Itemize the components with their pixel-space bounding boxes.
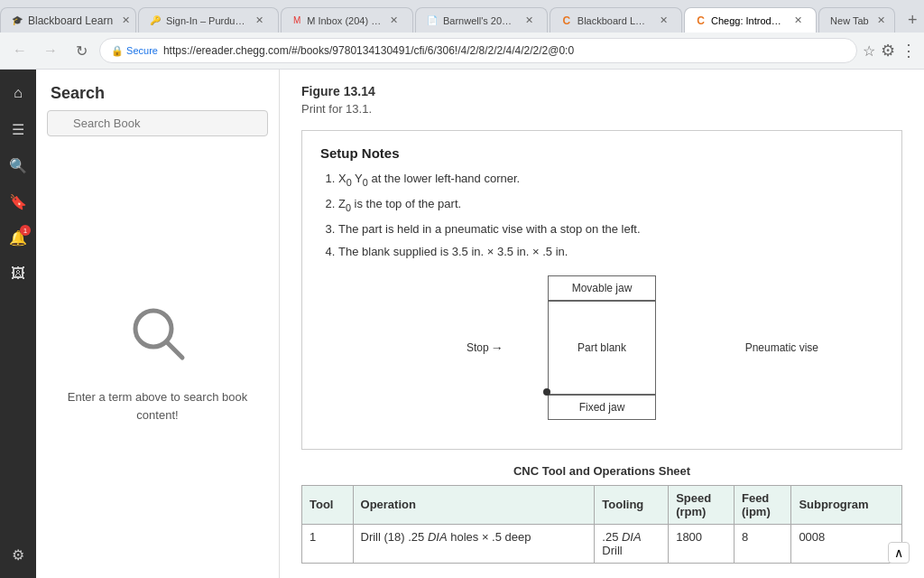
setup-notes-title: Setup Notes	[320, 145, 883, 161]
content-area: Figure 13.14 Print for 13.1. Setup Notes…	[280, 70, 924, 578]
search-input-wrap: 🔍	[36, 110, 279, 147]
tab-favicon-inbox: M	[292, 14, 301, 27]
sidebar: ⌂ ☰ 🔍 🔖 🔔 1 🖼 ⚙	[0, 70, 36, 578]
pneumatic-vise-label: Pneumatic vise	[745, 341, 818, 354]
tab-label-blackboard: Blackboard Learn	[28, 14, 113, 27]
tab-signin[interactable]: 🔑 Sign-In – Purdue U... ✕	[138, 7, 279, 33]
url-text: https://ereader.chegg.com/#/books/978013…	[163, 44, 845, 57]
cell-feed: 8	[734, 524, 790, 563]
cell-tooling: .25 DIADrill	[595, 524, 669, 563]
search-input[interactable]	[47, 110, 268, 136]
tab-close-chegg-learn[interactable]: ✕	[656, 14, 670, 28]
search-empty-state: Enter a term above to search book conten…	[36, 147, 279, 578]
tab-chegg-learn[interactable]: C Blackboard Learn X ✕	[550, 7, 682, 33]
col-speed: Speed(rpm)	[669, 485, 735, 524]
new-tab-button[interactable]: +	[901, 7, 924, 33]
tab-favicon-signin: 🔑	[150, 14, 161, 27]
tab-close-chegg-intro[interactable]: ✕	[790, 14, 805, 28]
tab-close-blackboard[interactable]: ✕	[118, 14, 133, 28]
stop-indicator: Stop →	[467, 340, 504, 355]
dot-marker	[543, 388, 550, 396]
part-blank-box: Part blank	[548, 301, 656, 395]
tab-label-chegg-learn: Blackboard Learn X	[578, 15, 651, 26]
scroll-top-button[interactable]: ∧	[888, 542, 910, 564]
menu-button[interactable]: ⋮	[901, 41, 917, 61]
tab-label-chegg-intro: Chegg: Introduction...	[711, 15, 785, 26]
tab-blackboard[interactable]: 🎓 Blackboard Learn ✕	[0, 7, 136, 33]
diagram-area: Movable jaw Part blank Fixed jaw Stop →	[320, 266, 883, 434]
table-row: 1 Drill (18) .25 DIA holes × .5 deep .25…	[302, 524, 902, 563]
tab-label-newtab: New Tab	[830, 15, 869, 26]
tab-chegg-intro[interactable]: C Chegg: Introduction... ✕	[684, 7, 817, 33]
tab-barnwell[interactable]: 📄 Barnwell's 2019 NF... ✕	[415, 7, 548, 33]
search-panel: Search 🔍 Enter a term above to search bo…	[36, 70, 280, 578]
main-layout: ⌂ ☰ 🔍 🔖 🔔 1 🖼 ⚙ Search 🔍 Enter a	[0, 70, 924, 578]
col-operation: Operation	[353, 485, 595, 524]
table-header: Tool Operation Tooling Speed(rpm) Feed(i…	[302, 485, 902, 524]
setup-note-2: Z0 is the top of the part.	[338, 195, 883, 215]
tab-close-inbox[interactable]: ✕	[387, 14, 402, 28]
secure-icon: 🔒 Secure	[111, 45, 158, 57]
vise-diagram: Movable jaw Part blank Fixed jaw Stop →	[476, 275, 728, 420]
tab-favicon-barnwell: 📄	[427, 14, 438, 27]
settings-icon[interactable]: ⚙	[2, 538, 34, 571]
search-empty-text: Enter a term above to search book conten…	[54, 388, 261, 424]
forward-button[interactable]: →	[38, 38, 63, 63]
tab-close-barnwell[interactable]: ✕	[522, 14, 536, 28]
search-empty-icon	[126, 302, 189, 374]
home-icon[interactable]: ⌂	[2, 77, 34, 109]
cell-tool: 1	[302, 524, 354, 563]
browser-chrome: 🎓 Blackboard Learn ✕ 🔑 Sign-In – Purdue …	[0, 0, 924, 70]
table-body: 1 Drill (18) .25 DIA holes × .5 deep .25…	[302, 524, 902, 563]
fixed-jaw-label: Fixed jaw	[548, 395, 656, 420]
figure-subtitle: Print for 13.1.	[301, 102, 902, 116]
svg-line-1	[167, 342, 182, 358]
extensions-button[interactable]: ⚙	[881, 41, 895, 61]
tab-favicon-chegg-intro: C	[696, 14, 706, 27]
setup-note-3: The part is held in a pneumatic vise wit…	[338, 220, 883, 238]
search-sidebar-icon[interactable]: 🔍	[2, 149, 34, 182]
notification-icon[interactable]: 🔔 1	[2, 221, 34, 254]
bookmark-sidebar-icon[interactable]: 🔖	[2, 185, 34, 218]
address-bar: ← → ↻ 🔒 Secure https://ereader.chegg.com…	[0, 33, 924, 69]
tab-inbox[interactable]: M M Inbox (204) – spen... ✕	[281, 7, 413, 33]
setup-notes-list: X0 Y0 at the lower left-hand corner. Z0 …	[320, 170, 883, 261]
cell-operation: Drill (18) .25 DIA holes × .5 deep	[353, 524, 595, 563]
notification-badge: 1	[20, 225, 31, 236]
tab-label-barnwell: Barnwell's 2019 NF...	[443, 15, 516, 26]
tab-favicon-chegg-learn: C	[561, 14, 572, 27]
stop-label: Stop	[467, 341, 489, 354]
table-title: CNC Tool and Operations Sheet	[301, 464, 902, 478]
movable-jaw-label: Movable jaw	[548, 275, 656, 301]
cnc-table: Tool Operation Tooling Speed(rpm) Feed(i…	[301, 485, 902, 564]
col-feed: Feed(ipm)	[734, 485, 790, 524]
setup-note-4: The blank supplied is 3.5 in. × 3.5 in. …	[338, 243, 883, 261]
tab-label-signin: Sign-In – Purdue U...	[166, 15, 247, 26]
image-icon[interactable]: 🖼	[2, 257, 34, 290]
cell-subprogram: 0008	[791, 524, 902, 563]
list-icon[interactable]: ☰	[2, 113, 34, 145]
tab-bar: 🎓 Blackboard Learn ✕ 🔑 Sign-In – Purdue …	[0, 0, 924, 33]
tab-close-signin[interactable]: ✕	[253, 14, 267, 28]
col-tooling: Tooling	[595, 485, 669, 524]
figure-title: Figure 13.14	[301, 84, 902, 98]
tab-newtab[interactable]: New Tab ✕	[818, 7, 895, 33]
setup-note-1: X0 Y0 at the lower left-hand corner.	[338, 170, 883, 190]
back-button[interactable]: ←	[7, 38, 32, 63]
stop-arrow-icon: →	[491, 340, 504, 355]
tab-favicon-blackboard: 🎓	[12, 14, 23, 27]
tab-label-inbox: M Inbox (204) – spen...	[307, 15, 382, 26]
search-input-container: 🔍	[47, 110, 268, 136]
col-tool: Tool	[302, 485, 354, 524]
tab-close-newtab[interactable]: ✕	[874, 14, 889, 28]
reload-button[interactable]: ↻	[69, 38, 94, 63]
cell-speed: 1800	[669, 524, 735, 563]
col-subprogram: Subprogram	[791, 485, 902, 524]
setup-notes-box: Setup Notes X0 Y0 at the lower left-hand…	[301, 130, 902, 450]
url-bar[interactable]: 🔒 Secure https://ereader.chegg.com/#/boo…	[99, 38, 857, 63]
search-header: Search	[36, 70, 279, 110]
bookmark-button[interactable]: ☆	[863, 42, 875, 60]
